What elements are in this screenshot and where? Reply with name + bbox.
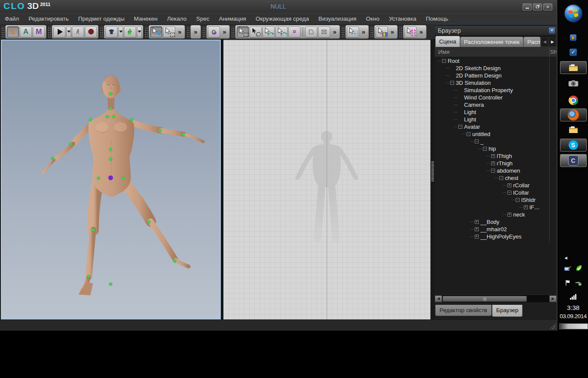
joint-marker-ankle-r[interactable] [173, 260, 176, 263]
cursor-curve-button[interactable] [263, 26, 275, 37]
tree-node-neck[interactable]: +neck [435, 211, 557, 218]
toolbar-overflow-icon[interactable]: » [192, 28, 199, 35]
joint-marker-ankle-l[interactable] [87, 275, 90, 278]
tree-expander-plus-icon[interactable]: + [491, 154, 495, 158]
mannequin-button[interactable] [124, 26, 136, 37]
menu-item-5[interactable]: Spec [192, 13, 214, 25]
menu-item-6[interactable]: Анимация [214, 13, 251, 25]
cursor-box-button[interactable] [237, 26, 249, 37]
taskbar-item-skype[interactable]: S [558, 139, 588, 152]
walk-button[interactable] [72, 26, 84, 37]
joint-marker-wrist-l[interactable] [51, 157, 54, 160]
date[interactable]: 03.09.2014 [558, 313, 588, 319]
cursor-grade-button[interactable] [405, 26, 417, 37]
toolbar-grip-icon[interactable] [48, 26, 51, 37]
joint-marker-shoulder-r[interactable] [130, 118, 133, 121]
tree-expander-minus-icon[interactable]: − [499, 176, 503, 180]
menu-item-1[interactable]: Редактировать [24, 13, 73, 25]
tree-node-hip[interactable]: −hip [435, 145, 557, 152]
tree-node-light[interactable]: Light [435, 108, 557, 116]
dropdown-arrow-icon[interactable] [137, 26, 142, 37]
toolbar-overflow-icon[interactable]: » [418, 28, 425, 35]
tree-expander-minus-icon[interactable]: − [450, 81, 454, 85]
tab-scroll-left-icon[interactable]: ◀ [541, 37, 548, 47]
menu-item-10[interactable]: Установка [384, 13, 421, 25]
joint-marker-knee-r[interactable] [148, 221, 151, 224]
tree-node--highpolyeyes[interactable]: +__HighPolyEyes [435, 233, 557, 240]
input-indicator-icon[interactable] [564, 264, 572, 274]
action-flag-icon[interactable] [565, 279, 571, 288]
tree-node-simulation-property[interactable]: Simulation Property [435, 87, 557, 94]
toolbar-grip-icon[interactable] [231, 26, 234, 37]
menu-item-4[interactable]: Лекало [162, 13, 192, 25]
dropdown-arrow-icon[interactable] [118, 26, 123, 37]
mode-m-button[interactable]: M [33, 26, 45, 37]
joint-marker-hip-r[interactable] [122, 177, 125, 180]
taskbar-item-firefox[interactable] [558, 108, 588, 121]
taskbar-item-chrome[interactable] [558, 96, 588, 105]
tree-hscrollbar[interactable]: ◀ ▶ [435, 294, 557, 302]
toolbar-grip-icon[interactable] [341, 26, 344, 37]
toolbar-grip-icon[interactable] [100, 26, 103, 37]
tab-scroll-right-icon[interactable]: ▶ [549, 37, 556, 47]
tree-node-3d-simulation[interactable]: −3D Simulation [435, 79, 557, 87]
browser-tab-1[interactable]: Расположение точек [460, 37, 523, 47]
joint-marker-chest-r[interactable] [112, 115, 115, 118]
tree-expander-minus-icon[interactable]: − [491, 169, 495, 173]
tree-expander-plus-icon[interactable]: + [524, 205, 528, 209]
tree-node-lcollar[interactable]: −lCollar [435, 189, 557, 196]
cursor-poly-button[interactable] [250, 26, 262, 37]
cursor-garment-button[interactable] [150, 26, 162, 37]
dock-tab-1[interactable]: Браузер [492, 305, 523, 317]
joint-marker-hip-root[interactable] [108, 176, 113, 180]
tree-node-rthigh[interactable]: +rThigh [435, 160, 557, 167]
tree-expander-plus-icon[interactable]: + [475, 227, 479, 231]
toolbar-grip-icon[interactable] [399, 26, 402, 37]
browser-tab-0[interactable]: Сцена [435, 36, 460, 47]
joint-marker-elbow-r[interactable] [159, 129, 162, 132]
clock[interactable]: 3:38 [558, 304, 588, 311]
tree-node-root[interactable]: −Root [435, 57, 557, 65]
taskbar-item-folder[interactable] [558, 125, 588, 134]
viewport-2d[interactable] [223, 40, 430, 319]
tree-expander-minus-icon[interactable]: − [508, 191, 511, 195]
taskbar-item-camera[interactable] [558, 79, 588, 87]
joint-marker-mouth[interactable] [109, 93, 112, 96]
joint-marker-chest-l[interactable] [106, 115, 109, 118]
taskbar-item-explorer-folder[interactable] [558, 61, 588, 74]
tree-node--body[interactable]: +__Body [435, 218, 557, 226]
tree-node-2d-pattern-design[interactable]: 2D Pattern Design [435, 72, 557, 79]
menu-item-9[interactable]: Окно [361, 13, 384, 25]
joint-marker-spine[interactable] [109, 148, 112, 151]
taskbar-item-start-button[interactable] [558, 3, 588, 23]
tree-expander-minus-icon[interactable]: − [467, 132, 470, 136]
toolbar-overflow-icon[interactable]: » [331, 28, 338, 35]
shape-poly-button[interactable] [305, 26, 317, 37]
resize-grip[interactable] [548, 322, 556, 329]
menu-item-2[interactable]: Предмет одежды [73, 13, 129, 25]
record-button[interactable] [85, 26, 97, 37]
cursor-texture-button[interactable] [376, 26, 388, 37]
dock-tab-0[interactable]: Редактор свойств [435, 305, 492, 316]
tree-expander-minus-icon[interactable]: − [475, 139, 479, 143]
joint-marker-shoulder-l[interactable] [89, 118, 92, 121]
dropdown-arrow-icon[interactable] [66, 26, 71, 37]
tree-node-chest[interactable]: −chest [435, 174, 557, 182]
toolbar-grip-icon[interactable] [1, 26, 4, 37]
mode-s-button[interactable]: S [7, 26, 19, 37]
cursor-transform-button[interactable] [163, 26, 175, 37]
tree-expander-minus-icon[interactable]: − [442, 59, 446, 63]
tree-expander-plus-icon[interactable]: + [491, 161, 495, 165]
joint-marker-wrist-r[interactable] [182, 133, 185, 136]
toolbar-grip-icon[interactable] [370, 26, 373, 37]
tree-expander-minus-icon[interactable]: − [516, 198, 520, 202]
toolbar-grip-icon[interactable] [186, 26, 189, 37]
show-desktop-button[interactable] [559, 323, 588, 329]
browser-tab-2[interactable]: Расп [523, 37, 541, 47]
toolbar-overflow-icon[interactable]: » [360, 28, 367, 35]
cursor-curvepoint-button[interactable] [275, 26, 288, 37]
scroll-right-icon[interactable]: ▶ [549, 295, 557, 302]
point-add-button[interactable] [288, 26, 300, 37]
hidden-icons-arrow-icon[interactable]: ◀ [564, 256, 567, 260]
scrollbar-thumb[interactable] [443, 296, 527, 302]
